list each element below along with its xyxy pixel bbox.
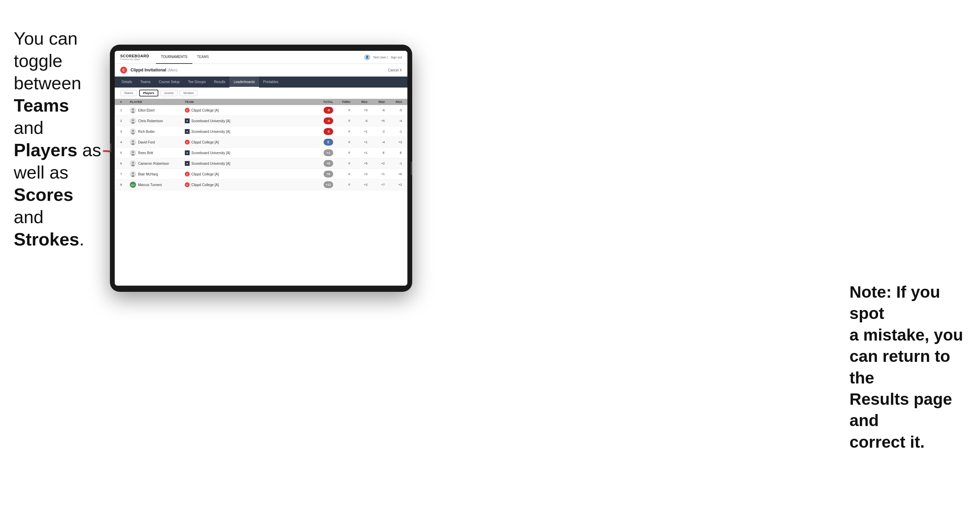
player-avatar: MT <box>130 182 136 188</box>
table-row[interactable]: 8 MT Marcus Turners C Clippd College [A]… <box>115 179 407 190</box>
tablet-device: SCOREBOARD Powered by clippd TOURNAMENTS… <box>110 44 412 292</box>
svg-point-20 <box>132 172 134 175</box>
table-row[interactable]: 1 Elliot Ebert C Clippd College [A] -8 F… <box>115 105 407 116</box>
nav-link-tournaments[interactable]: TOURNAMENTS <box>156 51 192 64</box>
team-name: Scoreboard University [A] <box>191 151 230 155</box>
team-name: Scoreboard University [A] <box>191 130 230 133</box>
team-cell: C Clippd College [A] <box>185 182 309 187</box>
tablet-side-button-right <box>411 161 412 175</box>
tab-printables[interactable]: Printables <box>259 76 282 87</box>
tab-course-setup[interactable]: Course Setup <box>154 76 184 87</box>
toggle-scores[interactable]: Scores <box>161 90 178 96</box>
rd3-value: -4 <box>385 119 402 122</box>
tab-tee-groups[interactable]: Tee Groups <box>184 76 210 87</box>
nav-user: Test User | <box>373 56 388 59</box>
player-avatar <box>130 160 136 167</box>
player-rank: 1 <box>120 108 130 112</box>
score-badge: +6 <box>324 160 333 167</box>
team-name: Clippd College [A] <box>191 183 219 187</box>
toggle-players[interactable]: Players <box>139 90 158 97</box>
nav-links: TOURNAMENTS TEAMS <box>156 51 364 64</box>
thru-value: F <box>333 183 350 186</box>
nav-link-teams[interactable]: TEAMS <box>192 51 214 64</box>
tab-leaderboards[interactable]: Leaderboards <box>229 76 259 87</box>
table-row[interactable]: 7 Blair McHarg C Clippd College [A] +8 F… <box>115 169 407 179</box>
table-row[interactable]: 4 David Ford C Clippd College [A] E F +1… <box>115 137 407 148</box>
rd2-value: +1 <box>368 172 385 176</box>
total-cell: -8 <box>309 107 333 114</box>
score-badge: -8 <box>324 107 333 114</box>
avatar: 👤 <box>364 54 370 60</box>
player-cell: Cameron Robertson <box>130 160 185 167</box>
team-name: Scoreboard University [A] <box>191 162 230 165</box>
tab-details[interactable]: Details <box>118 76 136 87</box>
thru-value: F <box>333 151 350 154</box>
rd1-value: +2 <box>350 183 368 186</box>
rd3-value: -1 <box>385 130 402 133</box>
player-name: Marcus Turners <box>138 183 162 187</box>
rd1-value: +2 <box>350 172 368 176</box>
score-badge: E <box>324 139 333 146</box>
toggle-teams[interactable]: Teams <box>120 90 137 96</box>
svg-text:MT: MT <box>131 184 135 187</box>
team-name: Clippd College [A] <box>191 140 219 144</box>
rd2-value: -4 <box>368 140 385 144</box>
tournament-name: Clippd Invitational <box>130 68 166 73</box>
player-cell: David Ford <box>130 139 185 145</box>
toggle-strokes[interactable]: Strokes <box>180 90 198 96</box>
col-rank: # <box>120 100 130 104</box>
leaderboard-table: 1 Elliot Ebert C Clippd College [A] -8 F… <box>115 105 407 286</box>
col-player: PLAYER <box>130 100 185 104</box>
player-rank: 3 <box>120 130 130 133</box>
svg-point-3 <box>131 111 135 113</box>
player-avatar <box>130 139 136 145</box>
total-cell: +8 <box>309 171 333 178</box>
svg-point-14 <box>132 151 134 153</box>
col-rd3: RD3 <box>385 100 402 104</box>
svg-point-11 <box>132 140 134 143</box>
col-total: TOTAL <box>309 100 333 104</box>
team-name: Clippd College [A] <box>191 172 219 176</box>
team-logo-clippd: C <box>185 182 189 187</box>
player-rank: 2 <box>120 119 130 122</box>
score-badge: -2 <box>324 128 333 135</box>
table-row[interactable]: 3 Rich Butler ■ Scoreboard University [A… <box>115 126 407 137</box>
rd2-value: -2 <box>368 130 385 133</box>
rd3-value: +6 <box>385 172 402 176</box>
rd1-value: +1 <box>350 140 368 144</box>
thru-value: F <box>333 172 350 176</box>
player-cell: Elliot Ebert <box>130 107 185 113</box>
nav-sign-out[interactable]: Sign out <box>391 56 402 59</box>
svg-point-17 <box>132 162 134 164</box>
logo-title: SCOREBOARD <box>120 54 149 58</box>
player-name: Blair McHarg <box>138 172 158 176</box>
team-cell: ■ Scoreboard University [A] <box>185 150 309 155</box>
tab-bar: Details Teams Course Setup Tee Groups Re… <box>115 76 407 87</box>
cancel-button[interactable]: Cancel X <box>388 68 402 72</box>
total-cell: -2 <box>309 128 333 135</box>
player-avatar <box>130 118 136 124</box>
svg-point-12 <box>131 143 135 145</box>
team-logo-scoreboard: ■ <box>185 150 189 155</box>
player-cell: MT Marcus Turners <box>130 182 185 188</box>
tournament-logo: C <box>120 67 127 73</box>
player-cell: Rich Butler <box>130 129 185 135</box>
rd2-value: +5 <box>368 119 385 122</box>
table-row[interactable]: 2 Chris Robertson ■ Scoreboard Universit… <box>115 116 407 126</box>
player-rank: 4 <box>120 140 130 144</box>
tab-results[interactable]: Results <box>210 76 229 87</box>
svg-point-6 <box>131 122 135 124</box>
rd3-value: E <box>385 151 402 154</box>
player-rank: 8 <box>120 183 130 186</box>
score-badge: +8 <box>324 171 333 178</box>
table-row[interactable]: 6 Cameron Robertson ■ Scoreboard Univers… <box>115 158 407 169</box>
thru-value: F <box>333 130 350 133</box>
player-name: Elliot Ebert <box>138 108 154 112</box>
tournament-gender: (Men) <box>168 68 178 72</box>
rd3-value: -5 <box>385 108 402 112</box>
nav-logo: SCOREBOARD Powered by clippd <box>120 54 149 60</box>
tab-teams[interactable]: Teams <box>136 76 154 87</box>
total-cell: +11 <box>309 181 333 188</box>
score-badge: +11 <box>324 181 333 188</box>
table-row[interactable]: 5 Rees Britt ■ Scoreboard University [A]… <box>115 148 407 158</box>
